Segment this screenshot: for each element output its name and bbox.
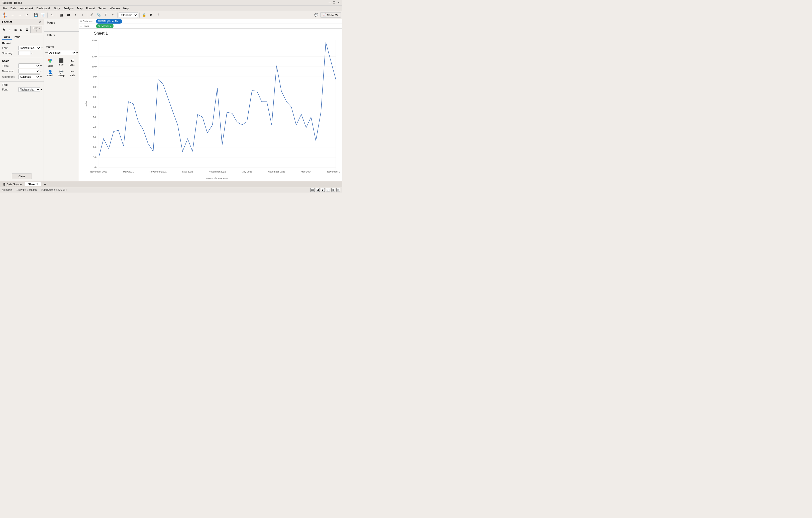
svg-rect-5 [3,13,4,14]
highlight-button[interactable]: 🖊 [89,12,95,18]
sort-desc-button[interactable]: ↓ [80,12,85,18]
clear-button[interactable]: Clear [12,173,32,179]
rows-label: ☰ Rows [80,25,95,28]
spacer [0,94,44,173]
svg-text:November 2022: November 2022 [209,170,226,173]
fix-axes-button[interactable]: 🔒 [141,12,147,18]
path-label: Path [70,74,75,77]
chart-title: Sheet 1 [84,31,340,36]
pane-tab[interactable]: Pane [12,34,22,40]
scale-section-title: Scale [2,59,41,62]
chart-svg: .grid-line { stroke: #e0e0e0; stroke-wid… [84,37,340,191]
svg-rect-7 [5,16,6,17]
alignment-row: Alignment: Automatic ▾ [2,75,41,79]
mark-detail[interactable]: 👤 Detail [45,69,55,78]
new-sheet-button[interactable]: + [42,181,48,187]
label-icon: 🏷 [70,58,75,63]
share-button[interactable]: ⤴ [155,12,161,18]
default-section: Default Font: Tableau Boo... ▾ Shading: … [0,40,44,58]
save-button[interactable]: 💾 [33,12,39,18]
menu-help[interactable]: Help [122,6,130,10]
mark-label[interactable]: 🏷 Label [67,57,78,68]
undo-button[interactable]: ↩ [24,12,30,18]
mark-size[interactable]: ⬛ Size [56,57,66,68]
format-panel: Format ✕ A ≡ ▦ ⊞ ☰ Fields ▾ Axis Pane De… [0,19,44,181]
sort-asc-button[interactable]: ↑ [72,12,79,18]
pin-button[interactable]: ✦ [110,12,116,18]
size-label: Size [59,63,64,66]
show-me-button[interactable]: 📈 Show Me [320,12,341,18]
format-lines-btn[interactable]: ☰ [25,27,29,32]
rows-pill[interactable]: SUM(Sales) [96,24,114,28]
view-type-button[interactable]: ▦ [58,12,64,18]
numbers-select[interactable] [18,69,40,74]
status-left: 48 marks 1 row by 1 column SUM(Sales): 2… [2,189,67,191]
menu-file[interactable]: File [1,6,8,10]
alignment-select[interactable]: Automatic [18,75,40,79]
format-border-btn[interactable]: ⊞ [19,27,24,32]
columns-pill[interactable]: MONTH(Order Da... [96,19,122,24]
sheet1-tab[interactable]: Sheet 1 [25,182,41,186]
mark-tooltip[interactable]: 💬 Tooltip [56,69,66,78]
svg-text:November 2024: November 2024 [327,170,340,173]
restore-button[interactable]: ❐ [332,1,336,4]
font-select[interactable]: Tableau Boo... [18,46,41,50]
columns-shelf: ⊞ Columns MONTH(Order Da... [79,19,342,24]
menu-analysis[interactable]: Analysis [62,6,75,10]
format-panel-close[interactable]: ✕ [39,20,41,24]
menu-data[interactable]: Data [9,6,18,10]
group-button[interactable]: 📎 [96,12,102,18]
default-section-title: Default [2,42,41,45]
menu-worksheet[interactable]: Worksheet [18,6,34,10]
presentation-button[interactable]: 🖥 [148,12,154,18]
back-button[interactable]: ← [9,12,16,18]
swap-button[interactable]: ⇄ [65,12,71,18]
data-source-tab[interactable]: 🗄 Data Source [1,182,24,186]
title-font-select[interactable]: Tableau Me... [18,87,40,92]
ticks-label: Ticks: [2,64,18,67]
marks-grid: Color ⬛ Size 🏷 Label 👤 Detail 💬 Tooltip [44,56,79,79]
svg-text:Month of Order Date: Month of Order Date [206,177,228,180]
format-toolbar: A ≡ ▦ ⊞ ☰ Fields ▾ [0,25,44,34]
toolbar: ← → ↩ 💾 📊 ↪ ▦ ⇄ ↑ ↓ 🖊 📎 T ✦ Standard 🔒 🖥… [0,11,342,19]
menu-window[interactable]: Window [109,6,121,10]
numbers-row: Numbers: ▾ [2,69,41,74]
separator-4 [87,12,87,18]
mark-color[interactable]: Color [45,57,55,68]
menu-story[interactable]: Story [52,6,61,10]
columns-label: ⊞ Columns [80,20,95,23]
menu-format[interactable]: Format [84,6,96,10]
menu-bar: File Data Worksheet Dashboard Story Anal… [0,5,342,11]
svg-point-10 [49,60,51,63]
fields-dropdown[interactable]: Fields ▾ [30,26,42,33]
axis-tab[interactable]: Axis [2,34,12,40]
ask-data-button[interactable]: 💬 [313,12,319,18]
redo-button[interactable]: ↪ [49,12,55,18]
format-font-btn[interactable]: A [1,27,6,32]
menu-map[interactable]: Map [76,6,84,10]
mark-path[interactable]: 〰 Path [67,69,78,78]
marks-type-select[interactable]: Automatic [48,50,76,55]
menu-server[interactable]: Server [97,6,108,10]
format-align-btn[interactable]: ≡ [7,27,12,32]
shading-color[interactable] [18,51,31,55]
label-button[interactable]: T [103,12,109,18]
svg-text:60K: 60K [93,106,98,108]
svg-rect-3 [5,15,7,15]
ticks-select[interactable] [18,63,40,68]
title-font-row: Font: Tableau Me... ▾ [2,87,41,92]
title-section: Title Font: Tableau Me... ▾ [0,82,44,94]
standard-select[interactable]: Standard [119,12,138,18]
forward-button[interactable]: → [17,12,23,18]
separator-5 [117,12,118,18]
minimize-button[interactable]: ─ [328,1,331,4]
new-datasource-button[interactable]: 📊 [40,12,46,18]
close-button[interactable]: ✕ [337,1,340,4]
menu-dashboard[interactable]: Dashboard [35,6,51,10]
svg-text:November 2023: November 2023 [268,170,285,173]
title-section-title: Title [2,83,41,86]
tooltip-icon: 💬 [59,70,63,74]
svg-text:50K: 50K [93,116,98,118]
format-shading-btn[interactable]: ▦ [13,27,18,32]
color-label: Color [47,65,53,67]
